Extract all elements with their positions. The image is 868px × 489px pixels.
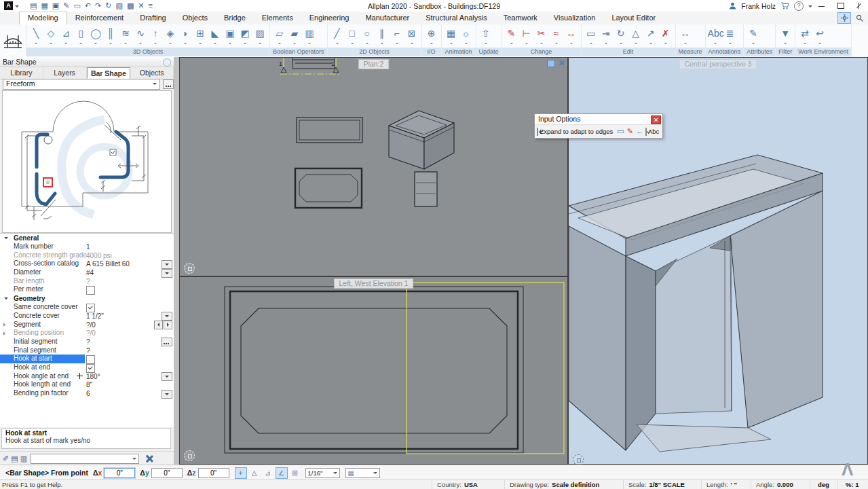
property-section-geometry[interactable]: Geometry bbox=[0, 294, 174, 303]
viewport-label-elevation[interactable]: Left, West Elevation 1 bbox=[334, 278, 414, 289]
search-icon[interactable] bbox=[853, 13, 865, 23]
expand-edges-checkbox[interactable] bbox=[537, 128, 538, 136]
navigation-compass-icon[interactable] bbox=[184, 263, 195, 274]
property-row-diameter[interactable]: Diameter#4 bbox=[0, 268, 174, 277]
extrude-icon[interactable]: ↑ bbox=[148, 25, 163, 47]
rail-sweep-icon[interactable]: ║ bbox=[103, 25, 118, 47]
logo-menu-caret-icon[interactable] bbox=[15, 5, 19, 10]
menu-tab-engineering[interactable]: Engineering bbox=[301, 12, 358, 24]
point-snap-icon[interactable]: △ bbox=[248, 467, 261, 479]
text-icon[interactable]: Abc bbox=[708, 25, 723, 47]
restore-view-icon[interactable]: ↩ bbox=[812, 25, 827, 47]
solid-edit-icon[interactable]: ▣ bbox=[223, 25, 238, 47]
abc-checkbox[interactable] bbox=[645, 128, 647, 136]
panel-resize-handle[interactable] bbox=[174, 57, 179, 465]
property-row-bending-pin-factor[interactable]: Bending pin factor6 bbox=[0, 389, 174, 398]
menu-tab-objects[interactable]: Objects bbox=[174, 12, 216, 24]
grid-mode-select[interactable]: ▤ bbox=[345, 468, 380, 478]
viewport-elevation[interactable]: Left, West Elevation 1 bbox=[179, 276, 568, 465]
menu-tab-visualization[interactable]: Visualization bbox=[546, 12, 604, 24]
reference-box-icon[interactable]: ⊞ bbox=[193, 25, 208, 47]
subtract-icon[interactable]: ▰ bbox=[287, 25, 302, 47]
line-3d-icon[interactable]: ╲ bbox=[29, 25, 43, 47]
delta-z-input[interactable] bbox=[198, 468, 229, 478]
maximize-button[interactable] bbox=[831, 0, 850, 12]
delete-icon[interactable]: ✗ bbox=[658, 25, 673, 47]
filter-icon[interactable]: ▼ bbox=[778, 25, 793, 47]
property-row-hook-length-at-end[interactable]: Hook length at end8" bbox=[0, 380, 174, 389]
property-row-hook-angle-at-end[interactable]: Hook angle at end180° bbox=[0, 372, 174, 381]
load-favorite-icon[interactable]: ▤ bbox=[11, 454, 18, 463]
zoom-document-icon[interactable]: ▭ bbox=[73, 1, 80, 11]
minimize-button[interactable] bbox=[813, 0, 831, 12]
close-button[interactable] bbox=[850, 0, 868, 12]
intersect-icon[interactable]: ▥ bbox=[302, 25, 317, 47]
dropdown-button[interactable] bbox=[162, 390, 172, 399]
menu-tab-layout-editor[interactable]: Layout Editor bbox=[603, 12, 664, 24]
assign-attributes-icon[interactable]: ✎ bbox=[746, 25, 761, 47]
property-row-hook-at-start[interactable]: Hook at start bbox=[0, 355, 174, 363]
box-3d-icon[interactable]: ◇ bbox=[43, 25, 58, 47]
corner-tool-icon[interactable]: ⌐ bbox=[390, 25, 404, 47]
edit-document-icon[interactable]: ✎ bbox=[63, 1, 69, 11]
palette-tab-library[interactable]: Library bbox=[0, 67, 43, 79]
viewport-maximize-icon[interactable] bbox=[547, 60, 555, 67]
menu-tab-drafting[interactable]: Drafting bbox=[132, 12, 174, 24]
union-icon[interactable]: ▱ bbox=[272, 25, 287, 47]
adjust-curve-icon[interactable]: ≈ bbox=[549, 25, 564, 47]
drill-icon[interactable]: ▨ bbox=[252, 25, 267, 47]
shop-cart-icon[interactable] bbox=[780, 2, 789, 10]
favorite-combo[interactable] bbox=[31, 454, 139, 464]
chamfer-3d-icon[interactable]: ◣ bbox=[208, 25, 223, 47]
work-layout-icon[interactable]: ⇄ bbox=[797, 25, 812, 47]
property-row-mark-number[interactable]: Mark number1 bbox=[0, 242, 174, 251]
spline-3d-icon[interactable]: ∿ bbox=[133, 25, 148, 47]
fillet-3d-icon[interactable]: ◗ bbox=[178, 25, 193, 47]
rotate-icon[interactable]: ↻ bbox=[614, 25, 628, 47]
help-caret-icon[interactable] bbox=[808, 5, 812, 10]
menu-tab-bridge[interactable]: Bridge bbox=[216, 12, 254, 24]
dropdown-button[interactable] bbox=[162, 372, 172, 381]
spinner-right-button[interactable] bbox=[164, 321, 172, 329]
polar-track-icon[interactable]: ∠ bbox=[276, 467, 288, 479]
label-list-icon[interactable]: ≣ bbox=[723, 25, 738, 47]
tools-icon[interactable]: ✕ bbox=[138, 1, 144, 11]
viewport-label-perspective[interactable]: Central perspective 3 bbox=[679, 59, 757, 69]
dialog-title[interactable]: Input Options bbox=[535, 114, 662, 124]
window-layout-icon[interactable]: ▩ bbox=[127, 1, 134, 11]
trim-icon[interactable]: ✂ bbox=[534, 25, 549, 47]
viewport-label-plan[interactable]: Plan:2 bbox=[358, 59, 390, 69]
palette-tab-objects[interactable]: Objects bbox=[130, 67, 174, 79]
property-row-hook-at-end[interactable]: Hook at end bbox=[0, 363, 174, 372]
stretch-icon[interactable]: ⊢ bbox=[519, 25, 534, 47]
mirror-icon[interactable]: △ bbox=[628, 25, 643, 47]
undo-icon[interactable]: ↶ bbox=[85, 1, 91, 11]
rectangle-icon[interactable]: □ bbox=[345, 25, 360, 47]
customize-icon[interactable]: ≡ bbox=[149, 1, 153, 11]
render-icon[interactable]: ▦ bbox=[444, 25, 459, 47]
property-row-concrete-strength-grade[interactable]: Concrete strength grade4000 psi bbox=[0, 251, 174, 260]
refresh-icon[interactable]: ↻ bbox=[105, 1, 111, 11]
dropdown-button[interactable] bbox=[162, 269, 172, 278]
parallel-lines-icon[interactable]: ∥ bbox=[375, 25, 390, 47]
property-row-per-meter[interactable]: Per meter bbox=[0, 285, 174, 294]
property-row-cross-section-catalog[interactable]: Cross-section catalogA 615 Billet 60 bbox=[0, 259, 174, 268]
tools-cross-icon[interactable] bbox=[145, 454, 153, 463]
redo-icon[interactable]: ↷ bbox=[95, 1, 101, 11]
move-handle-icon[interactable]: ↔ bbox=[564, 25, 579, 47]
viewport-plan[interactable]: 1 1 bbox=[179, 57, 568, 276]
delete-segment-icon[interactable]: ⊠ bbox=[404, 25, 419, 47]
user-name[interactable]: Frank Holz bbox=[741, 2, 776, 10]
navigation-compass-icon[interactable] bbox=[184, 450, 195, 461]
menu-tab-teamwork[interactable]: Teamwork bbox=[495, 12, 546, 24]
snap-distance-select[interactable]: 1/16" bbox=[305, 468, 340, 478]
menu-tab-reinforcement[interactable]: Reinforcement bbox=[67, 12, 132, 24]
menu-tab-manufacturer[interactable]: Manufacturer bbox=[357, 12, 417, 24]
viewport-close-icon[interactable] bbox=[558, 60, 565, 66]
modify-icon[interactable]: ✎ bbox=[504, 25, 519, 47]
shape-type-select[interactable]: Freeform bbox=[3, 79, 160, 90]
dialog-close-icon[interactable] bbox=[651, 115, 661, 124]
shape-browse-button[interactable] bbox=[163, 79, 174, 89]
menu-tab-elements[interactable]: Elements bbox=[254, 12, 301, 24]
dropdown-button[interactable] bbox=[162, 312, 172, 321]
